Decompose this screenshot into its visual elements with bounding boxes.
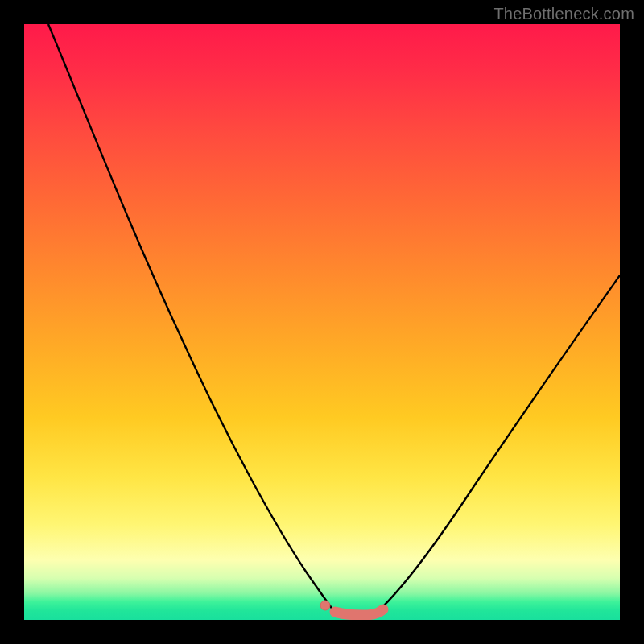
watermark-text: TheBottleneck.com [493,5,634,23]
valley-segment [335,609,383,615]
curve-layer [24,24,620,620]
plot-area [24,24,620,620]
valley-dot [320,601,330,610]
left-curve [48,24,333,610]
right-curve [382,275,620,608]
figure-frame: TheBottleneck.com [0,0,644,644]
